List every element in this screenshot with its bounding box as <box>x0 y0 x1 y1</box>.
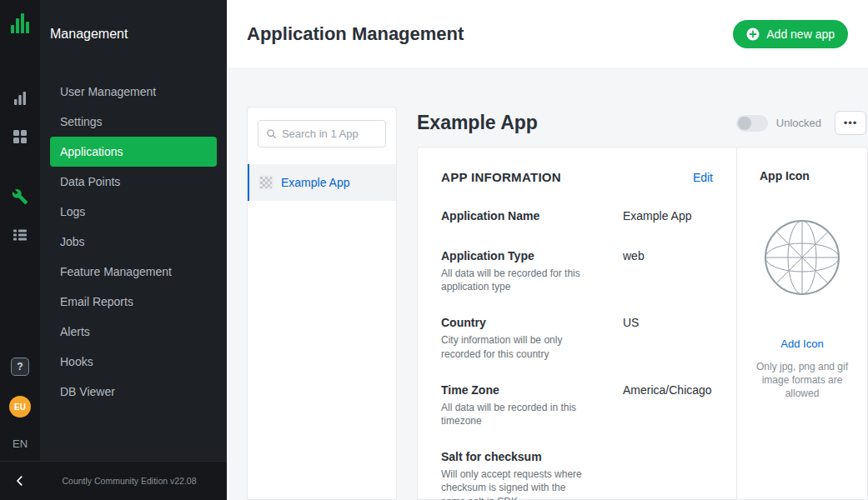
field-description: All data will be recorded in this timezo… <box>441 401 588 428</box>
management-icon[interactable] <box>11 188 29 205</box>
rail-bottom: ? EU EN <box>9 358 31 450</box>
sidebar-item-email-reports[interactable]: Email Reports <box>50 287 217 317</box>
countly-logo[interactable] <box>8 12 32 35</box>
rail-nav <box>11 90 29 243</box>
sidebar-item-alerts[interactable]: Alerts <box>50 317 217 347</box>
search-input[interactable] <box>282 128 378 140</box>
app-list-item-label: Example App <box>281 176 350 189</box>
field-value: web <box>623 249 645 293</box>
field-description: All data will be recorded for this appli… <box>441 267 588 293</box>
app-icon-panel: App Icon Add <box>736 148 867 499</box>
add-new-app-button[interactable]: Add new app <box>733 20 848 48</box>
icon-rail: ? EU EN <box>0 0 40 500</box>
app-icon-placeholder <box>764 219 840 296</box>
app-icon-note: Only jpg, png and gif image formats are … <box>752 360 852 401</box>
language-selector[interactable]: EN <box>13 438 28 450</box>
countly-app: ? EU EN Management User Management Setti… <box>0 0 868 500</box>
sidebar-title: Management <box>40 0 227 42</box>
help-icon[interactable]: ? <box>11 358 29 376</box>
search-icon <box>266 128 277 140</box>
page-header: Application Management Add new app <box>227 0 868 68</box>
field-value: Example App <box>623 209 692 227</box>
field-label: Country <box>441 316 623 329</box>
sidebar-item-hooks[interactable]: Hooks <box>50 347 217 377</box>
sidebar-item-user-management[interactable]: User Management <box>50 77 217 107</box>
sidebar-nav: User Management Settings Applications Da… <box>40 77 227 407</box>
analytics-icon[interactable] <box>11 90 29 107</box>
sidebar-item-db-viewer[interactable]: DB Viewer <box>50 377 217 407</box>
chevron-left-icon <box>14 475 26 487</box>
more-options-button[interactable]: ••• <box>835 111 866 135</box>
info-row-country: Country City information will be only re… <box>441 316 713 360</box>
app-info-card: APP INFORMATION Edit Application Name Ex… <box>417 147 868 500</box>
management-sidebar: Management User Management Settings Appl… <box>40 0 227 500</box>
app-info-section: APP INFORMATION Edit Application Name Ex… <box>418 148 736 499</box>
field-label: Application Type <box>441 249 623 262</box>
sidebar-item-jobs[interactable]: Jobs <box>50 227 217 257</box>
sidebar-item-applications[interactable]: Applications <box>50 137 217 167</box>
edition-label: Countly Community Edition v22.08 <box>40 476 227 486</box>
page-title: Application Management <box>247 23 464 45</box>
lock-toggle[interactable] <box>736 115 768 132</box>
field-description: Will only accept requests where checksum… <box>441 468 588 500</box>
app-info-heading: APP INFORMATION <box>441 170 561 184</box>
add-icon-link[interactable]: Add Icon <box>780 338 823 350</box>
sidebar-item-data-points[interactable]: Data Points <box>50 167 217 197</box>
countly-logo-icon <box>8 12 32 35</box>
dashboards-icon[interactable] <box>11 128 29 145</box>
main-area: Application Management Add new app <box>227 0 868 500</box>
app-detail: Example App Unlocked ••• APP INFORMATION… <box>417 107 868 500</box>
app-list-item[interactable]: Example App <box>248 164 396 201</box>
field-label: Salt for checksum <box>441 450 623 463</box>
add-new-app-label: Add new app <box>766 28 835 41</box>
lock-toggle-knob <box>738 117 751 130</box>
field-value: America/Chicago <box>623 383 712 428</box>
app-default-icon <box>258 175 273 190</box>
info-row-application-type: Application Type All data will be record… <box>441 249 713 293</box>
field-value: US <box>623 316 639 360</box>
user-avatar[interactable]: EU <box>9 396 31 418</box>
sidebar-item-settings[interactable]: Settings <box>50 107 217 137</box>
field-description: City information will be only recorded f… <box>441 333 588 360</box>
app-detail-title: Example App <box>417 112 736 134</box>
collapse-sidebar-button[interactable] <box>0 462 40 500</box>
content: Example App Example App Unlocked ••• APP… <box>227 68 868 500</box>
sidebar-item-logs[interactable]: Logs <box>50 197 217 227</box>
app-icon-title: App Icon <box>760 169 810 182</box>
utilities-icon[interactable] <box>11 227 29 243</box>
field-label: Application Name <box>441 209 623 222</box>
field-label: Time Zone <box>441 383 623 397</box>
info-row-time-zone: Time Zone All data will be recorded in t… <box>441 383 713 428</box>
app-list-panel: Example App <box>247 107 397 500</box>
info-row-salt-for-checksum: Salt for checksum Will only accept reque… <box>441 450 713 500</box>
sidebar-item-feature-management[interactable]: Feature Management <box>50 257 217 287</box>
info-row-application-name: Application Name Example App <box>441 209 713 227</box>
lock-toggle-label: Unlocked <box>776 117 821 129</box>
edit-link[interactable]: Edit <box>693 171 713 184</box>
detail-header: Example App Unlocked ••• <box>417 111 868 135</box>
sidebar-footer: Countly Community Edition v22.08 <box>0 461 227 500</box>
plus-circle-icon <box>746 28 760 41</box>
app-search <box>258 120 386 148</box>
